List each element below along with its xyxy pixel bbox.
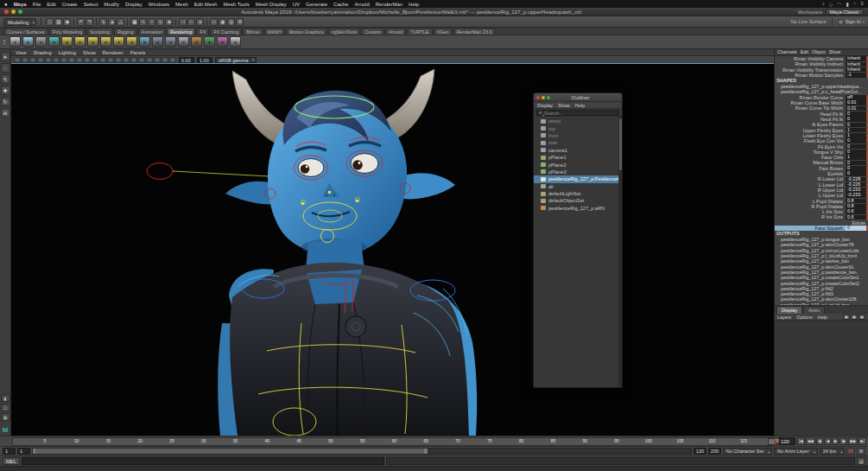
ipr-render-icon[interactable]: ◎	[227, 18, 235, 26]
exposure-field[interactable]: 0.00	[179, 57, 194, 63]
safe-action-icon[interactable]: ▫	[99, 57, 106, 63]
layer-editor-tab-display[interactable]: Display	[776, 306, 802, 314]
safe-title-icon[interactable]: ▫	[107, 57, 114, 63]
move-tool[interactable]: ✚	[1, 86, 10, 95]
channel-node-name[interactable]: pestilenceRig_127_p:c_headPutsOut...	[775, 89, 868, 94]
channel-label[interactable]: Face Squash	[775, 226, 846, 231]
two-pane-layout[interactable]: ◫	[1, 404, 10, 411]
channel-value-field[interactable]: Inherit	[846, 56, 868, 61]
open-scene-icon[interactable]: ▨	[54, 18, 62, 26]
macos-menu-file[interactable]: File	[33, 2, 41, 7]
area-light-button[interactable]: ●	[113, 36, 124, 48]
resolution-gate-icon[interactable]: ▫	[84, 57, 91, 63]
camera-attributes-icon[interactable]: ▫	[29, 57, 36, 63]
play-forward-button[interactable]: ▶	[832, 437, 839, 445]
outliner-search-input[interactable]: Search...	[536, 110, 619, 116]
range-handle-left[interactable]	[33, 449, 35, 454]
spot-light-button[interactable]: ●	[100, 36, 111, 48]
app-menu[interactable]: Maya	[14, 2, 27, 7]
channel-row[interactable]: Rman Visibility IndirectInherit	[775, 61, 868, 67]
outliner-item[interactable]: all	[534, 183, 622, 190]
panel-menu-view[interactable]: View	[16, 50, 26, 55]
construction-history-icon[interactable]: ≡	[196, 18, 204, 26]
outliner-menu-show[interactable]: Show	[558, 103, 570, 108]
panel-menu-renderer[interactable]: Renderer	[103, 50, 124, 55]
command-language-toggle[interactable]: MEL	[3, 457, 20, 465]
channel-row[interactable]: R Upper Lid-0.233	[775, 188, 868, 193]
battery-icon[interactable]: ▮	[846, 1, 849, 7]
step-forward-frame-button[interactable]: |▶	[839, 437, 847, 445]
shelf-tab-fx[interactable]: FX	[196, 28, 209, 35]
channel-label[interactable]: Eyelids	[775, 171, 846, 176]
motion-blur-icon[interactable]: ▫	[146, 57, 153, 63]
xray-icon[interactable]: ▫	[162, 57, 168, 63]
select-component-icon[interactable]: △	[117, 18, 124, 26]
shelf-tab-turtle[interactable]: TURTLE	[407, 28, 432, 35]
channel-label[interactable]: L Lower Lid	[775, 182, 846, 188]
channel-value-field[interactable]: 0	[846, 144, 868, 150]
macos-menu-cache[interactable]: Cache	[333, 2, 348, 7]
outliner-menu-help[interactable]: Help	[575, 103, 585, 108]
channel-value-field[interactable]: 0.01	[846, 106, 868, 111]
redo-icon[interactable]: ↷	[86, 18, 93, 26]
auto-keyframe-button[interactable]	[846, 448, 855, 455]
pan-zoom-icon[interactable]: ▫	[53, 57, 60, 63]
step-forward-key-button[interactable]: ▶▶	[848, 437, 858, 445]
channel-value-field[interactable]: -0.226	[846, 182, 868, 188]
outliner-item[interactable]: defaultObjectSet	[534, 197, 622, 204]
select-hierarchy-icon[interactable]: ↳	[99, 18, 107, 26]
film-gate-icon[interactable]: ▫	[76, 57, 83, 63]
sign-in-button[interactable]: Sign In ▾	[838, 19, 865, 25]
outliner-item[interactable]: top	[534, 124, 622, 131]
shelf-arrows[interactable]: ▲▼	[3, 39, 6, 45]
channel-value-field[interactable]: 0	[846, 166, 868, 171]
outliner-scrollbar[interactable]	[618, 117, 622, 387]
shelf-tab-bifrost[interactable]: Bifrost	[243, 28, 263, 35]
lambert-material-button[interactable]: ●	[165, 36, 176, 48]
outliner-titlebar[interactable]: Outliner	[534, 93, 622, 102]
select-object-icon[interactable]: ▲	[108, 18, 116, 26]
shelf-tab-sculpting[interactable]: Sculpting	[86, 28, 113, 35]
ramp-texture-button[interactable]: ●	[191, 36, 202, 48]
channel-label[interactable]: L Pupil Dialate	[775, 199, 846, 204]
shadows-icon[interactable]: ▫	[130, 57, 137, 63]
macos-menu-mesh[interactable]: Mesh	[175, 2, 188, 7]
channel-value-field[interactable]: 0	[846, 117, 868, 122]
channel-row[interactable]: Rman Render Curveoff	[775, 95, 868, 100]
channel-label[interactable]: Rman Motion Samples	[775, 73, 846, 78]
channel-label[interactable]: Rman Visibility Camera	[775, 56, 846, 61]
go-to-end-button[interactable]: ▶|	[858, 437, 866, 445]
channel-row[interactable]: Lower Fleshy Eyes1	[775, 133, 868, 138]
save-scene-icon[interactable]: ◆	[63, 18, 71, 26]
channel-row[interactable]: L Iris Size0.6	[775, 209, 868, 214]
image-plane-icon[interactable]: ▫	[45, 57, 52, 63]
macos-menu-uv[interactable]: UV	[293, 2, 300, 7]
channel-box-menu-object[interactable]: Object	[812, 49, 826, 54]
range-slider[interactable]	[32, 448, 692, 455]
undo-icon[interactable]: ↶	[77, 18, 85, 26]
four-pane-layout[interactable]: ▦	[1, 413, 10, 421]
channel-label[interactable]: Face Ctrls	[775, 155, 846, 160]
new-layer-from-selected-button[interactable]: ▣	[851, 315, 858, 320]
step-back-frame-button[interactable]: ◀|	[816, 437, 824, 445]
shelf-tab-rigging[interactable]: Rigging	[114, 28, 137, 35]
channel-label[interactable]: Fk Eyes Vis	[775, 144, 846, 150]
animation-preferences-button[interactable]: ⚙	[857, 448, 865, 455]
channel-label[interactable]: L Iris Size	[775, 209, 846, 214]
close-window-button[interactable]	[4, 10, 9, 14]
channel-row[interactable]: Eyelids0	[775, 171, 868, 176]
shelf-down-icon[interactable]: ▼	[3, 42, 6, 45]
bookmark-icon[interactable]: ▫	[37, 57, 44, 63]
channel-value-field[interactable]: 0.8	[846, 199, 868, 204]
gamma-field[interactable]: 1.00	[197, 57, 212, 63]
channel-label[interactable]: R Pupil Dialate	[775, 204, 846, 209]
channel-label[interactable]: Extras	[775, 220, 868, 226]
panel-menu-lighting[interactable]: Lighting	[59, 50, 76, 55]
current-frame-field[interactable]: 120	[778, 437, 795, 445]
channel-row[interactable]: Manual Brows0	[775, 160, 868, 165]
macos-menu-windows[interactable]: Windows	[149, 2, 169, 7]
render-current-frame-button[interactable]: ●	[10, 36, 21, 48]
gate-mask-icon[interactable]: ▫	[92, 57, 98, 63]
command-input[interactable]	[22, 457, 384, 465]
spotlight-search-icon[interactable]: ○	[853, 1, 857, 7]
